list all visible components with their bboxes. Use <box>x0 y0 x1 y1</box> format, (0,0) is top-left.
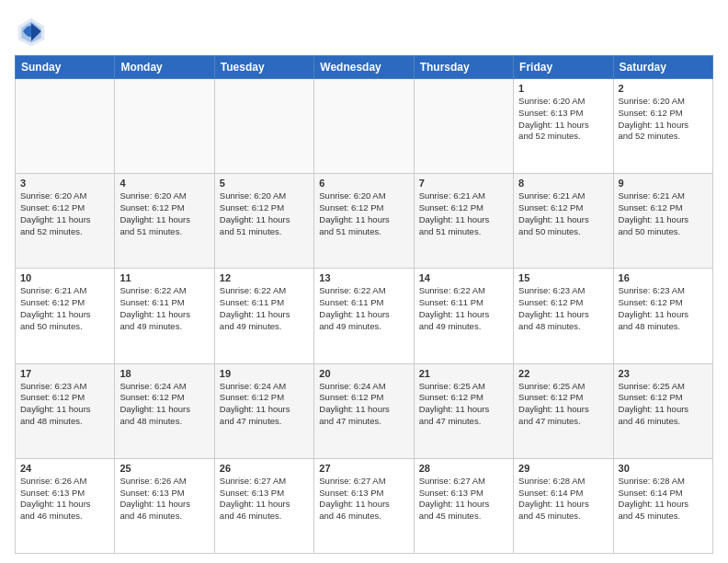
calendar-cell: 28Sunrise: 6:27 AM Sunset: 6:13 PM Dayli… <box>414 458 513 553</box>
calendar-cell: 29Sunrise: 6:28 AM Sunset: 6:14 PM Dayli… <box>514 458 613 553</box>
calendar-week-row: 24Sunrise: 6:26 AM Sunset: 6:13 PM Dayli… <box>16 458 713 553</box>
calendar-cell: 4Sunrise: 6:20 AM Sunset: 6:12 PM Daylig… <box>115 174 214 269</box>
weekday-header-saturday: Saturday <box>613 56 712 79</box>
calendar-week-row: 17Sunrise: 6:23 AM Sunset: 6:12 PM Dayli… <box>16 363 713 458</box>
day-info: Sunrise: 6:25 AM Sunset: 6:12 PM Dayligh… <box>419 381 508 428</box>
calendar-cell: 16Sunrise: 6:23 AM Sunset: 6:12 PM Dayli… <box>613 269 712 363</box>
calendar-cell: 17Sunrise: 6:23 AM Sunset: 6:12 PM Dayli… <box>16 363 115 458</box>
day-info: Sunrise: 6:20 AM Sunset: 6:12 PM Dayligh… <box>319 190 408 237</box>
day-info: Sunrise: 6:21 AM Sunset: 6:12 PM Dayligh… <box>518 190 608 237</box>
header <box>15 15 713 48</box>
calendar-week-row: 1Sunrise: 6:20 AM Sunset: 6:13 PM Daylig… <box>16 79 713 174</box>
weekday-header-tuesday: Tuesday <box>214 56 313 79</box>
day-number: 13 <box>319 272 408 283</box>
day-number: 23 <box>619 368 708 379</box>
calendar-cell <box>214 79 313 174</box>
calendar-cell: 11Sunrise: 6:22 AM Sunset: 6:11 PM Dayli… <box>115 269 214 363</box>
calendar-cell: 22Sunrise: 6:25 AM Sunset: 6:12 PM Dayli… <box>514 363 613 458</box>
day-info: Sunrise: 6:23 AM Sunset: 6:12 PM Dayligh… <box>518 285 608 332</box>
logo-icon <box>15 15 48 48</box>
page: SundayMondayTuesdayWednesdayThursdayFrid… <box>0 0 728 563</box>
day-info: Sunrise: 6:22 AM Sunset: 6:11 PM Dayligh… <box>119 285 209 332</box>
day-number: 19 <box>220 368 309 379</box>
calendar-cell <box>115 79 214 174</box>
calendar-cell: 21Sunrise: 6:25 AM Sunset: 6:12 PM Dayli… <box>414 363 513 458</box>
day-info: Sunrise: 6:28 AM Sunset: 6:14 PM Dayligh… <box>619 476 708 523</box>
day-number: 22 <box>518 368 608 379</box>
day-info: Sunrise: 6:22 AM Sunset: 6:11 PM Dayligh… <box>419 285 508 332</box>
day-number: 18 <box>119 368 209 379</box>
day-info: Sunrise: 6:20 AM Sunset: 6:13 PM Dayligh… <box>518 96 608 143</box>
day-number: 6 <box>319 178 408 189</box>
calendar-cell: 23Sunrise: 6:25 AM Sunset: 6:12 PM Dayli… <box>613 363 712 458</box>
day-info: Sunrise: 6:21 AM Sunset: 6:12 PM Dayligh… <box>619 190 708 237</box>
day-info: Sunrise: 6:25 AM Sunset: 6:12 PM Dayligh… <box>518 381 608 428</box>
calendar-cell: 5Sunrise: 6:20 AM Sunset: 6:12 PM Daylig… <box>214 174 313 269</box>
calendar-table: SundayMondayTuesdayWednesdayThursdayFrid… <box>15 55 713 554</box>
day-number: 7 <box>419 178 508 189</box>
calendar-week-row: 3Sunrise: 6:20 AM Sunset: 6:12 PM Daylig… <box>16 174 713 269</box>
day-info: Sunrise: 6:24 AM Sunset: 6:12 PM Dayligh… <box>119 381 209 428</box>
calendar-cell: 25Sunrise: 6:26 AM Sunset: 6:13 PM Dayli… <box>115 458 214 553</box>
day-number: 12 <box>220 272 309 283</box>
calendar-cell: 9Sunrise: 6:21 AM Sunset: 6:12 PM Daylig… <box>613 174 712 269</box>
calendar-cell <box>414 79 513 174</box>
day-number: 10 <box>20 272 109 283</box>
day-info: Sunrise: 6:26 AM Sunset: 6:13 PM Dayligh… <box>119 476 209 523</box>
day-number: 24 <box>20 463 109 474</box>
day-info: Sunrise: 6:26 AM Sunset: 6:13 PM Dayligh… <box>20 476 109 523</box>
calendar-cell: 12Sunrise: 6:22 AM Sunset: 6:11 PM Dayli… <box>214 269 313 363</box>
day-number: 20 <box>319 368 408 379</box>
day-info: Sunrise: 6:27 AM Sunset: 6:13 PM Dayligh… <box>319 476 408 523</box>
calendar-cell: 1Sunrise: 6:20 AM Sunset: 6:13 PM Daylig… <box>514 79 613 174</box>
calendar-cell: 2Sunrise: 6:20 AM Sunset: 6:12 PM Daylig… <box>613 79 712 174</box>
calendar-cell: 24Sunrise: 6:26 AM Sunset: 6:13 PM Dayli… <box>16 458 115 553</box>
calendar-cell: 15Sunrise: 6:23 AM Sunset: 6:12 PM Dayli… <box>514 269 613 363</box>
calendar-cell <box>16 79 115 174</box>
weekday-header-monday: Monday <box>115 56 214 79</box>
day-number: 30 <box>619 463 708 474</box>
calendar-cell: 20Sunrise: 6:24 AM Sunset: 6:12 PM Dayli… <box>314 363 414 458</box>
calendar-cell: 27Sunrise: 6:27 AM Sunset: 6:13 PM Dayli… <box>314 458 414 553</box>
day-info: Sunrise: 6:22 AM Sunset: 6:11 PM Dayligh… <box>319 285 408 332</box>
day-info: Sunrise: 6:27 AM Sunset: 6:13 PM Dayligh… <box>419 476 508 523</box>
day-number: 4 <box>119 178 209 189</box>
day-info: Sunrise: 6:23 AM Sunset: 6:12 PM Dayligh… <box>619 285 708 332</box>
day-info: Sunrise: 6:21 AM Sunset: 6:12 PM Dayligh… <box>20 285 109 332</box>
day-number: 14 <box>419 272 508 283</box>
day-info: Sunrise: 6:20 AM Sunset: 6:12 PM Dayligh… <box>220 190 309 237</box>
calendar-cell: 3Sunrise: 6:20 AM Sunset: 6:12 PM Daylig… <box>16 174 115 269</box>
day-number: 11 <box>119 272 209 283</box>
weekday-header-sunday: Sunday <box>16 56 115 79</box>
day-number: 15 <box>518 272 608 283</box>
logo <box>15 15 51 48</box>
calendar-cell: 7Sunrise: 6:21 AM Sunset: 6:12 PM Daylig… <box>414 174 513 269</box>
day-number: 28 <box>419 463 508 474</box>
day-number: 25 <box>119 463 209 474</box>
day-info: Sunrise: 6:27 AM Sunset: 6:13 PM Dayligh… <box>220 476 309 523</box>
day-number: 8 <box>518 178 608 189</box>
calendar-cell: 13Sunrise: 6:22 AM Sunset: 6:11 PM Dayli… <box>314 269 414 363</box>
day-number: 21 <box>419 368 508 379</box>
weekday-header-wednesday: Wednesday <box>314 56 414 79</box>
day-number: 3 <box>20 178 109 189</box>
day-info: Sunrise: 6:22 AM Sunset: 6:11 PM Dayligh… <box>220 285 309 332</box>
day-info: Sunrise: 6:24 AM Sunset: 6:12 PM Dayligh… <box>319 381 408 428</box>
day-number: 29 <box>518 463 608 474</box>
day-number: 5 <box>220 178 309 189</box>
calendar-cell: 19Sunrise: 6:24 AM Sunset: 6:12 PM Dayli… <box>214 363 313 458</box>
calendar-cell: 30Sunrise: 6:28 AM Sunset: 6:14 PM Dayli… <box>613 458 712 553</box>
calendar-cell: 10Sunrise: 6:21 AM Sunset: 6:12 PM Dayli… <box>16 269 115 363</box>
calendar-cell: 6Sunrise: 6:20 AM Sunset: 6:12 PM Daylig… <box>314 174 414 269</box>
calendar-cell <box>314 79 414 174</box>
day-info: Sunrise: 6:25 AM Sunset: 6:12 PM Dayligh… <box>619 381 708 428</box>
day-info: Sunrise: 6:20 AM Sunset: 6:12 PM Dayligh… <box>119 190 209 237</box>
day-info: Sunrise: 6:28 AM Sunset: 6:14 PM Dayligh… <box>518 476 608 523</box>
day-info: Sunrise: 6:24 AM Sunset: 6:12 PM Dayligh… <box>220 381 309 428</box>
day-info: Sunrise: 6:21 AM Sunset: 6:12 PM Dayligh… <box>419 190 508 237</box>
calendar-week-row: 10Sunrise: 6:21 AM Sunset: 6:12 PM Dayli… <box>16 269 713 363</box>
day-number: 26 <box>220 463 309 474</box>
calendar-cell: 18Sunrise: 6:24 AM Sunset: 6:12 PM Dayli… <box>115 363 214 458</box>
day-number: 27 <box>319 463 408 474</box>
calendar-cell: 8Sunrise: 6:21 AM Sunset: 6:12 PM Daylig… <box>514 174 613 269</box>
